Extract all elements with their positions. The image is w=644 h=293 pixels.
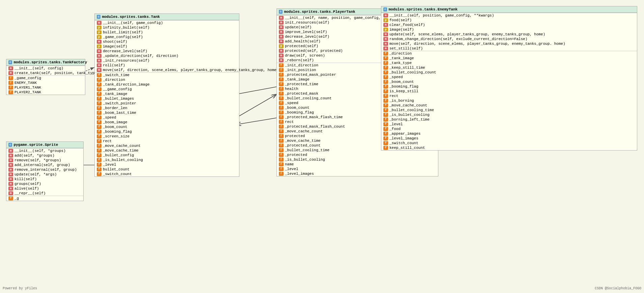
tank-header: c modules.sprites.tanks.Tank	[95, 14, 239, 20]
list-item: m __init__(self, config)	[6, 66, 85, 71]
list-item: mdecrease_level(self)	[95, 49, 239, 54]
list-item: mupdate(self, scene_elems, player_tanks_…	[381, 32, 637, 37]
list-item: f_bullet_config	[95, 153, 239, 158]
list-item: mgroups(self)	[6, 182, 83, 186]
list-item: f_speed	[381, 75, 637, 79]
list-item: madd(self, *groups)	[6, 153, 83, 158]
list-item: f_boom_count	[381, 79, 637, 84]
list-item: f_switch_pointer	[95, 101, 239, 106]
list-item: f_boom_image	[95, 120, 239, 125]
list-item: m__init__(self, *groups)	[6, 149, 83, 153]
list-item: fname	[277, 162, 438, 167]
list-item: f_boom_last_time	[95, 110, 239, 115]
list-item: f_level	[381, 122, 637, 127]
list-item: f_is_borning	[381, 98, 637, 103]
enemy-tank-header: c modules.sprites.tanks.EnemyTank	[381, 6, 637, 13]
list-item: mrandom_change_direction(self, exclude_c…	[381, 37, 637, 41]
list-item: f_bullet_cooling_time	[381, 108, 637, 112]
diagram-container: USES c modules.sprites.tanks.TankFactory…	[0, 0, 644, 293]
list-item: f_g	[6, 196, 83, 201]
list-item: f_move_cache_time	[95, 148, 239, 153]
enemy-tank-methods: m__init__(self, position, game_config, *…	[381, 13, 637, 51]
pygame-sprite-fields: f_g	[6, 196, 83, 201]
list-item: f_is_bullet_cooling	[277, 157, 438, 162]
list-item: m__repr__(self)	[6, 191, 83, 196]
list-item: pimage(self)	[381, 27, 637, 32]
list-item: f_is_bullet_cooling	[95, 158, 239, 162]
svg-line-6	[236, 118, 276, 125]
list-item: f_boom_count	[95, 125, 239, 129]
list-item: mkill(self)	[6, 177, 83, 182]
list-item: f ENEMY_TANK	[6, 80, 85, 85]
list-item: f_protected	[277, 153, 438, 157]
list-item: f_move_cache_count	[381, 103, 637, 108]
list-item: m__init__(self, game_config)	[95, 21, 239, 25]
list-item: frect	[95, 139, 239, 143]
tank-factory-header: c modules.sprites.tanks.TankFactory	[6, 59, 85, 66]
list-item: f_level_images	[277, 171, 438, 176]
list-item: f_booming_flag	[381, 84, 637, 89]
pygame-sprite-box: c pygame.sprite.Sprite m__init__(self, *…	[6, 141, 84, 201]
list-item: mmove(self, direction, scene_elems, play…	[381, 41, 637, 46]
list-item: mset_still(self)	[381, 46, 637, 51]
pygame-sprite-header: c pygame.sprite.Sprite	[6, 142, 83, 148]
tank-methods: m__init__(self, game_config) pinfinity_b…	[95, 20, 239, 72]
list-item: mroll(self)	[95, 63, 239, 68]
list-item: f__game_config	[95, 87, 239, 92]
list-item: mupdate(self, *args)	[6, 172, 83, 177]
list-item: fbullet_count	[95, 167, 239, 172]
list-item: m__init__(self, position, game_config, *…	[381, 13, 637, 18]
list-item: mmove(self, direction, scene_elems, play…	[95, 68, 239, 72]
list-item: f_level_images	[381, 136, 637, 141]
list-item: f_direction	[381, 51, 637, 56]
watermark-left: Powered by yFiles	[3, 287, 37, 290]
list-item: f_food	[381, 127, 637, 131]
list-item: mremove_internal(self, group)	[6, 167, 83, 172]
list-item: f_move_cache_count	[95, 143, 239, 148]
svg-line-2	[236, 94, 276, 118]
list-item: m_update_direction(self, direction)	[95, 54, 239, 58]
list-item: fis_keep_still	[381, 89, 637, 94]
list-item: f_bullet_images	[95, 96, 239, 101]
list-item: mshoot(self)	[95, 39, 239, 44]
tank-factory-methods: m __init__(self, config) m create_tank(s…	[6, 66, 85, 75]
list-item: f_level	[95, 162, 239, 167]
list-item: f_appear_images	[381, 131, 637, 136]
list-item: m_init_resources(self)	[95, 58, 239, 63]
tank-factory-fields: f _game_config f ENEMY_TANK f PLAYER1_TA…	[6, 75, 85, 95]
tank-box: c modules.sprites.tanks.Tank m__init__(s…	[94, 13, 239, 177]
list-item: f_keep_still_time	[381, 65, 637, 70]
pygame-sprite-methods: m__init__(self, *groups) madd(self, *gro…	[6, 148, 83, 196]
list-item: f_screen_size	[95, 134, 239, 139]
list-item: pbullet_limit(self)	[95, 30, 239, 35]
list-item: f PLAYER2_TANK	[6, 90, 85, 95]
list-item: f_tank_type	[381, 61, 637, 65]
list-item: f_border_len	[95, 106, 239, 110]
tank-factory-box: c modules.sprites.tanks.TankFactory m __…	[6, 59, 85, 95]
list-item: f_switch_count	[381, 141, 637, 145]
list-item: f_switch_time	[95, 73, 239, 77]
watermark-right: CSDN @Socialphobia_FOGO	[595, 287, 641, 290]
list-item: f_level	[277, 167, 438, 171]
list-item: f_is_bullet_cooling	[381, 112, 637, 117]
list-item: f_tank_image	[381, 56, 637, 61]
list-item: p_game_config(self)	[95, 35, 239, 39]
list-item: m create_tank(self, position, tank_type)	[6, 71, 85, 75]
enemy-tank-fields: f_direction f_tank_image f_tank_type f_k…	[381, 51, 637, 150]
list-item: mremove(self, *groups)	[6, 158, 83, 163]
list-item: f _game_config	[6, 76, 85, 80]
list-item: mclear_food(self)	[381, 23, 637, 27]
list-item: f_tank_image	[95, 92, 239, 96]
list-item: pfood(self)	[381, 18, 637, 23]
list-item: frect	[381, 94, 637, 98]
list-item: pinfinity_bullet(self)	[95, 25, 239, 30]
tank-fields: f_switch_time f_direction f_tank_directi…	[95, 72, 239, 176]
list-item: f_direction	[95, 77, 239, 82]
list-item: fkeep_still_count	[381, 145, 637, 150]
list-item: pimage(self)	[95, 44, 239, 49]
list-item: f_tank_direction_image	[95, 82, 239, 87]
list-item: malive(self)	[6, 186, 83, 191]
list-item: f_borning_left_time	[381, 117, 637, 122]
list-item: f PLAYER1_TANK	[6, 85, 85, 90]
list-item: f_booming_flag	[95, 129, 239, 134]
